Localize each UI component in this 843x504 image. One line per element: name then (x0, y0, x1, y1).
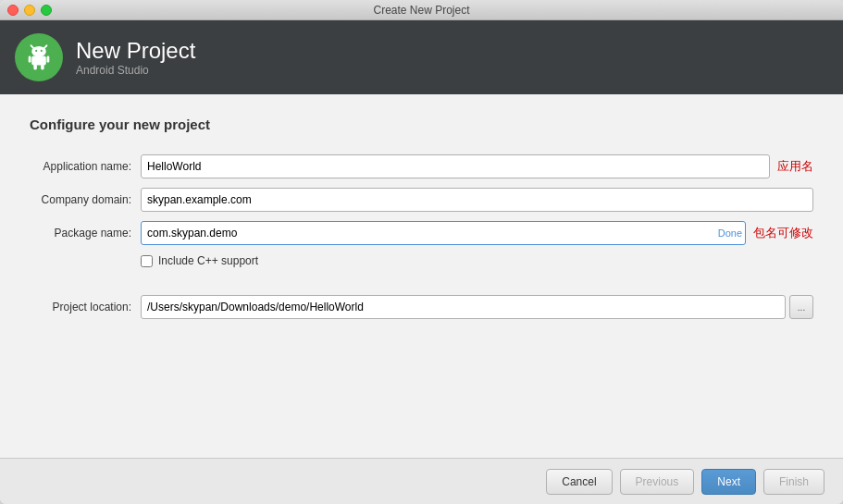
application-name-annotation: 应用名 (777, 158, 813, 175)
svg-rect-7 (47, 56, 50, 63)
footer: Cancel Previous Next Finish (0, 458, 843, 504)
cancel-button[interactable]: Cancel (546, 469, 612, 495)
svg-point-2 (31, 46, 46, 56)
project-location-input[interactable] (141, 295, 786, 319)
maximize-button[interactable] (41, 5, 52, 16)
title-bar: Create New Project (0, 0, 843, 20)
svg-line-0 (31, 45, 34, 48)
application-name-row: Application name: 应用名 (30, 154, 813, 178)
application-name-label: Application name: (30, 160, 141, 173)
cpp-support-label: Include C++ support (158, 254, 258, 267)
project-location-row: Project location: ... (30, 295, 813, 319)
svg-rect-5 (31, 56, 46, 66)
package-name-label: Package name: (30, 227, 141, 240)
finish-button[interactable]: Finish (763, 469, 824, 495)
minimize-button[interactable] (24, 5, 35, 16)
project-location-label: Project location: (30, 301, 141, 313)
svg-rect-9 (41, 65, 44, 70)
close-button[interactable] (7, 5, 19, 16)
package-name-row: Package name: Done 包名可修改 (30, 221, 813, 245)
main-content: Configure your new project Application n… (0, 94, 843, 458)
traffic-lights (7, 5, 52, 16)
header-text: New Project Android Studio (76, 38, 195, 78)
package-name-done[interactable]: Done (718, 227, 742, 239)
company-domain-row: Company domain: (30, 188, 813, 212)
company-domain-label: Company domain: (30, 193, 141, 206)
cpp-support-row: Include C++ support (141, 254, 813, 267)
section-title: Configure your new project (30, 117, 813, 132)
svg-point-3 (35, 50, 37, 52)
package-name-annotation: 包名可修改 (753, 225, 813, 241)
android-logo (15, 33, 63, 81)
package-name-wrapper: Done (141, 221, 746, 245)
form-area: Application name: 应用名 Company domain: Pa… (30, 154, 813, 319)
header-title: New Project (76, 38, 195, 65)
application-name-input[interactable] (141, 154, 770, 178)
svg-rect-6 (29, 56, 31, 63)
package-name-input[interactable] (141, 221, 746, 245)
cpp-support-checkbox[interactable] (141, 255, 153, 267)
previous-button[interactable]: Previous (620, 469, 695, 495)
browse-button[interactable]: ... (789, 295, 813, 319)
svg-rect-8 (33, 65, 37, 70)
window-title: Create New Project (373, 4, 469, 17)
company-domain-input[interactable] (141, 188, 813, 212)
next-button[interactable]: Next (701, 469, 756, 495)
header: New Project Android Studio (0, 20, 843, 94)
header-subtitle: Android Studio (76, 64, 195, 77)
svg-line-1 (44, 45, 47, 48)
android-icon (23, 42, 55, 73)
svg-point-4 (41, 50, 43, 52)
